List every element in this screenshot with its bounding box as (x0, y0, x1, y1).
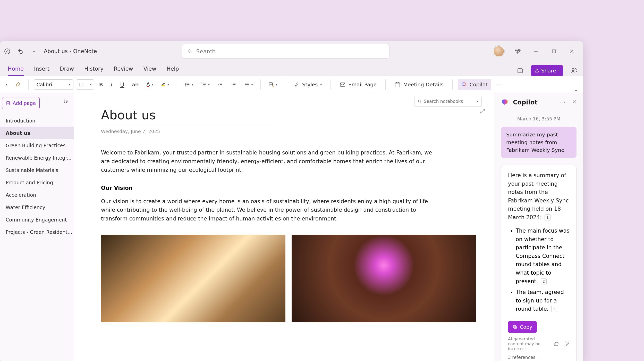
paragraph-vision[interactable]: Our vision is to create a world where ev… (101, 197, 441, 223)
tab-draw[interactable]: Draw (60, 66, 74, 76)
page-item[interactable]: Product and Pricing (0, 176, 74, 189)
global-search-input[interactable]: Search (182, 44, 389, 59)
page-list-pane: Add page IntroductionAbout usGreen Build… (0, 93, 74, 361)
page-item[interactable]: Renewable Energy Integr... (0, 152, 74, 164)
copy-button[interactable]: Copy (508, 321, 537, 333)
italic-button[interactable]: I (108, 79, 115, 90)
close-icon[interactable] (567, 47, 577, 56)
qat-more-icon[interactable]: ▾ (29, 47, 39, 56)
svg-point-17 (418, 100, 420, 102)
svg-rect-19 (513, 325, 516, 328)
svg-rect-12 (269, 83, 273, 86)
font-size-select[interactable]: 11▾ (76, 79, 94, 90)
page-item[interactable]: Introduction (0, 114, 74, 127)
search-placeholder: Search (196, 48, 216, 55)
panel-toggle-icon[interactable] (515, 66, 525, 75)
svg-rect-2 (552, 50, 555, 53)
copilot-close-icon[interactable] (572, 99, 577, 106)
maximize-icon[interactable] (549, 47, 558, 56)
add-page-button[interactable]: Add page (2, 97, 40, 109)
editor-canvas[interactable]: Search notebooks ▾ About us Wednesday, J… (74, 93, 494, 361)
svg-text:3: 3 (201, 85, 202, 87)
svg-point-5 (575, 69, 576, 70)
strikethrough-button[interactable]: ab (130, 79, 141, 90)
thumbs-down-icon[interactable] (564, 340, 570, 347)
pages-list: IntroductionAbout usGreen Building Pract… (0, 114, 74, 238)
page-date: Wednesday, June 7, 2025 (101, 129, 476, 134)
meeting-details-button[interactable]: Meeting Details (391, 79, 447, 90)
copilot-response-lead: Here is a summary of your past meeting n… (508, 171, 570, 221)
svg-point-0 (5, 49, 10, 54)
undo-icon[interactable] (16, 47, 25, 56)
more-commands-icon[interactable]: ⋯ (494, 79, 505, 90)
outdent-button[interactable] (215, 79, 226, 90)
sort-pages-icon[interactable] (63, 99, 69, 105)
ribbon-tabs: Home Insert Draw History Review View Hel… (0, 61, 583, 76)
tab-view[interactable]: View (143, 66, 156, 76)
tab-history[interactable]: History (84, 66, 104, 76)
svg-rect-15 (395, 83, 400, 87)
bold-button[interactable]: B (97, 79, 106, 90)
highlight-button[interactable]: ▾ (158, 79, 172, 90)
svg-point-7 (185, 84, 186, 85)
popout-icon[interactable] (480, 108, 485, 115)
font-color-button[interactable]: A ▾ (144, 79, 156, 90)
citation-1[interactable]: 1 (545, 214, 550, 220)
copilot-pane: Copilot ⋯ March 16, 3:55 PM Summarize my… (494, 93, 583, 361)
window-title: About us - OneNote (44, 48, 97, 54)
account-avatar[interactable] (493, 46, 504, 57)
copilot-timestamp: March 16, 3:55 PM (501, 116, 577, 121)
font-family-select[interactable]: Calibri▾ (34, 79, 73, 90)
tab-insert[interactable]: Insert (34, 66, 49, 76)
people-icon[interactable] (569, 66, 579, 75)
references-toggle[interactable]: 3 references ⌄ (508, 355, 570, 360)
heading-vision[interactable]: Our Vision (101, 185, 476, 191)
page-item[interactable]: Sustainable Materials (0, 164, 74, 176)
svg-point-13 (273, 86, 274, 87)
tab-help[interactable]: Help (167, 66, 179, 76)
todo-tag-button[interactable]: ▾ (266, 79, 280, 90)
copilot-toolbar-button[interactable]: Copilot (458, 79, 491, 90)
back-icon[interactable] (3, 47, 12, 56)
ribbon-toolbar: ▾ Calibri▾ 11▾ B I U ab A ▾ ▾ ▾ 123▾ ▾ ▾… (0, 76, 583, 93)
copilot-title: Copilot (513, 99, 538, 106)
citation-2[interactable]: 2 (541, 278, 547, 284)
page-title[interactable]: About us (101, 108, 274, 122)
add-page-label: Add page (13, 100, 36, 106)
align-button[interactable]: ▾ (242, 79, 256, 90)
title-bar: ▾ About us - OneNote Search (0, 41, 583, 61)
svg-point-1 (188, 50, 191, 52)
indent-button[interactable] (228, 79, 239, 90)
svg-rect-3 (518, 69, 522, 73)
email-page-button[interactable]: Email Page (336, 79, 380, 90)
ribbon-expand-icon[interactable]: ▾ (3, 79, 10, 90)
underline-button[interactable]: U (118, 79, 127, 90)
search-notebooks-input[interactable]: Search notebooks ▾ (414, 96, 482, 107)
tab-home[interactable]: Home (8, 66, 24, 76)
diamond-icon[interactable] (513, 47, 522, 56)
copilot-logo-icon (501, 98, 509, 107)
copilot-bullet-1: The main focus was on whether to partici… (516, 227, 570, 285)
copilot-response-card: Here is a summary of your past meeting n… (501, 165, 577, 361)
ribbon-collapse-icon[interactable]: ▾ (572, 87, 580, 94)
thumbs-up-icon[interactable] (554, 340, 559, 347)
svg-point-6 (185, 83, 186, 84)
page-item[interactable]: Water Efficiency (0, 201, 74, 214)
bullets-button[interactable]: ▾ (182, 79, 196, 90)
content-image-2[interactable] (292, 235, 476, 322)
page-item[interactable]: About us (0, 127, 74, 139)
minimize-icon[interactable] (531, 47, 540, 56)
page-item[interactable]: Projects - Green Resident... (0, 226, 74, 238)
styles-button[interactable]: Styles▾ (290, 79, 325, 90)
paragraph-intro[interactable]: Welcome to Fabrikam, your trusted partne… (101, 149, 436, 175)
page-item[interactable]: Green Building Practices (0, 139, 74, 152)
citation-3[interactable]: 3 (551, 306, 557, 312)
content-image-1[interactable] (101, 235, 285, 322)
page-item[interactable]: Acceleration (0, 189, 74, 201)
numbering-button[interactable]: 123▾ (198, 79, 212, 90)
format-painter-icon[interactable] (12, 79, 23, 90)
share-button[interactable]: Share ▾ (531, 65, 563, 76)
copilot-more-icon[interactable]: ⋯ (560, 99, 566, 106)
page-item[interactable]: Community Engagement (0, 214, 74, 226)
tab-review[interactable]: Review (114, 66, 133, 76)
